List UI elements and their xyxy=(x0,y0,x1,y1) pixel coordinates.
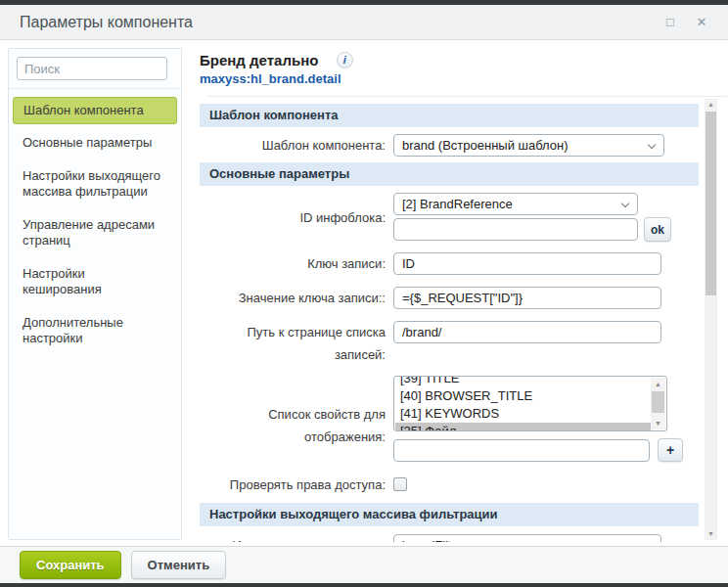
list-page-input[interactable] xyxy=(393,321,661,343)
record-key-label: Ключ записи: xyxy=(200,252,393,275)
filter-name-row: Имя выходящего массива фильтра: xyxy=(200,534,699,542)
save-button[interactable]: Сохранить xyxy=(20,551,121,579)
info-icon[interactable]: i xyxy=(337,52,353,68)
properties-label: Список свойств для отображения: xyxy=(200,403,393,448)
access-rights-row: Проверять права доступа: xyxy=(200,474,699,496)
key-value-input[interactable] xyxy=(393,287,661,309)
iblock-label: ID инфоблока: xyxy=(200,206,393,229)
component-id: maxyss:hl_brand.detail xyxy=(200,71,728,86)
scroll-up-icon[interactable]: ▲ xyxy=(705,99,717,111)
listbox-option[interactable]: [41] KEYWORDS xyxy=(395,405,651,423)
sidebar-item-filter-array-settings[interactable]: Настройки выходящего массива фильтрации xyxy=(9,159,181,208)
listbox-option[interactable]: [39] TITLE xyxy=(395,376,651,387)
list-page-label: Путь к странице списка записей: xyxy=(200,321,393,366)
section-header-component-template: Шаблон компонента xyxy=(200,104,699,127)
sidebar-menu: Шаблон компонента Основные параметры Нас… xyxy=(9,97,181,355)
key-value-label: Значение ключа записи:: xyxy=(200,287,393,309)
chevron-down-icon xyxy=(621,200,629,207)
scroll-down-icon[interactable]: ▼ xyxy=(705,528,717,540)
scroll-up-icon[interactable]: ▲ xyxy=(651,378,665,390)
template-select-value: brand (Встроенный шаблон) xyxy=(402,138,569,153)
maximize-icon[interactable]: □ xyxy=(663,16,677,29)
section-header-filter-settings: Настройки выходящего массива фильтрации xyxy=(200,503,699,526)
cancel-button[interactable]: Отменить xyxy=(131,551,227,579)
ok-button[interactable]: ok xyxy=(644,217,671,242)
form-scrollbar[interactable]: ▲ ▼ xyxy=(705,99,717,540)
iblock-select-value: [2] BrandReference xyxy=(402,197,513,211)
iblock-row: ID инфоблока: [2] BrandReference ok xyxy=(200,193,699,242)
component-parameters-dialog: Параметры компонента □ ✕ Шаблон компонен… xyxy=(0,5,728,583)
dialog-content: Шаблон компонента Основные параметры Нас… xyxy=(0,40,728,546)
sidebar-divider xyxy=(9,88,181,89)
filter-name-label: Имя выходящего массива фильтра: xyxy=(200,534,393,542)
listbox-option[interactable]: [40] BROWSER_TITLE xyxy=(395,387,651,405)
properties-row: Список свойств для отображения: [39] TIT… xyxy=(200,376,699,462)
add-property-button[interactable]: + xyxy=(658,438,683,462)
listbox-option-selected[interactable]: [25] Файл xyxy=(395,423,651,431)
template-select[interactable]: brand (Встроенный шаблон) xyxy=(393,134,664,157)
main-header: Бренд детально i maxyss:hl_brand.detail xyxy=(192,40,728,97)
form-scrollbar-thumb[interactable] xyxy=(705,112,716,295)
listbox-scrollbar[interactable]: ▲ ▼ xyxy=(651,378,665,429)
sidebar-item-additional-settings[interactable]: Дополнительные настройки xyxy=(9,306,181,355)
record-key-input[interactable] xyxy=(393,252,661,275)
iblock-manual-input[interactable] xyxy=(393,218,638,241)
scroll-down-icon[interactable]: ▼ xyxy=(651,417,665,429)
main-panel: Бренд детально i maxyss:hl_brand.detail … xyxy=(192,40,728,546)
search-input[interactable] xyxy=(17,57,167,80)
filter-name-input[interactable] xyxy=(393,534,661,542)
dialog-titlebar: Параметры компонента □ ✕ xyxy=(0,5,728,40)
header-divider xyxy=(207,96,728,97)
properties-listbox[interactable]: [39] TITLE [40] BROWSER_TITLE [41] KEYWO… xyxy=(393,376,667,431)
chevron-down-icon xyxy=(648,141,656,149)
dialog-footer: Сохранить Отменить xyxy=(0,546,728,583)
listbox-scrollbar-thumb[interactable] xyxy=(652,391,664,413)
sidebar-item-caching-settings[interactable]: Настройки кеширования xyxy=(9,257,181,306)
access-rights-label: Проверять права доступа: xyxy=(200,474,393,496)
sidebar: Шаблон компонента Основные параметры Нас… xyxy=(8,48,182,540)
access-rights-checkbox[interactable] xyxy=(393,477,407,491)
parameters-form: Шаблон компонента Шаблон компонента: bra… xyxy=(200,99,699,542)
list-page-row: Путь к странице списка записей: xyxy=(200,321,699,366)
section-header-main-parameters: Основные параметры xyxy=(200,162,699,186)
record-key-row: Ключ записи: xyxy=(200,252,699,275)
key-value-row: Значение ключа записи:: xyxy=(200,287,699,309)
sidebar-item-component-template[interactable]: Шаблон компонента xyxy=(13,97,177,124)
close-icon[interactable]: ✕ xyxy=(695,16,708,29)
sidebar-item-main-parameters[interactable]: Основные параметры xyxy=(9,126,181,159)
sidebar-item-page-addresses[interactable]: Управление адресами страниц xyxy=(9,208,181,257)
template-row: Шаблон компонента: brand (Встроенный шаб… xyxy=(200,134,699,157)
component-title: Бренд детально xyxy=(200,52,318,68)
template-label: Шаблон компонента: xyxy=(200,134,393,157)
add-property-input[interactable] xyxy=(393,439,650,462)
iblock-select[interactable]: [2] BrandReference xyxy=(393,193,638,215)
dialog-title: Параметры компонента xyxy=(20,14,193,31)
